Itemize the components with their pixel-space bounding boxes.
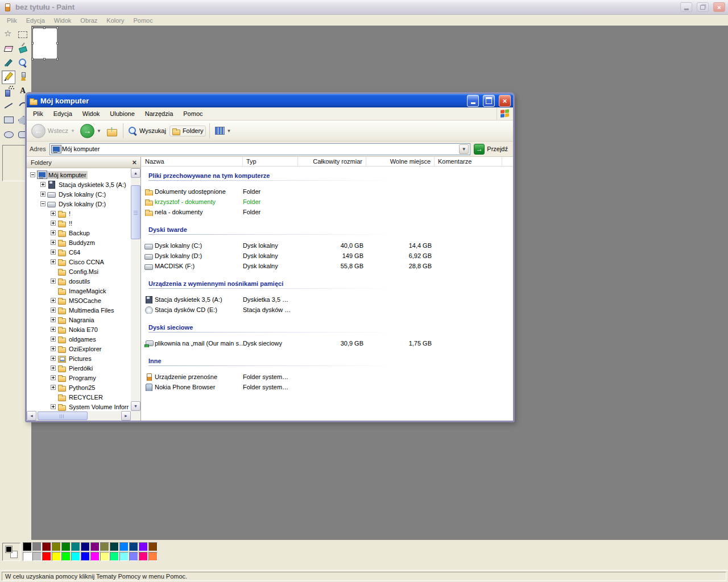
expand-toggle-icon[interactable] (51, 211, 56, 216)
tree-item-programy[interactable]: Programy (27, 373, 131, 383)
tree-item-label[interactable]: Backup (68, 229, 91, 237)
expand-toggle-icon[interactable] (51, 307, 56, 313)
item-name[interactable]: krzysztof - dokumenty (155, 198, 216, 205)
item-name[interactable]: nela - dokumenty (155, 209, 202, 215)
color-swatch[interactable] (81, 542, 90, 551)
resize-handle[interactable] (56, 27, 59, 29)
expand-toggle-icon[interactable] (51, 336, 56, 342)
resize-handle[interactable] (31, 27, 34, 29)
resize-handle[interactable] (43, 58, 46, 60)
expand-toggle-icon[interactable] (51, 385, 56, 390)
views-button[interactable]: ▼ (213, 126, 233, 136)
tree-item-label[interactable]: Pierdółki (68, 364, 94, 372)
tree-item-dysk-lokalny-d[interactable]: Dysk lokalny (D:) (27, 199, 131, 209)
paint-restore-button[interactable] (697, 2, 709, 12)
address-value[interactable]: Mój komputer (62, 146, 100, 152)
tree-item-label[interactable]: Cisco CCNA (68, 258, 105, 266)
resize-handle[interactable] (56, 42, 59, 44)
color-swatch[interactable] (42, 542, 51, 551)
column-header-free-space[interactable]: Wolne miejsce (366, 157, 435, 166)
tree-horizontal-scrollbar[interactable]: ◄ ► (27, 411, 131, 421)
explorer-close-button[interactable]: × (499, 95, 511, 107)
item-name[interactable]: Nokia Phone Browser (155, 384, 215, 390)
list-item-macdisk-f[interactable]: MACDISK (F:) Dysk lokalny 55,8 GB 28,8 G… (142, 261, 513, 271)
expand-toggle-icon[interactable] (51, 298, 56, 303)
color-swatch[interactable] (110, 552, 119, 561)
tool-rectangle[interactable] (2, 113, 15, 127)
expand-toggle-icon[interactable] (51, 259, 56, 264)
tree-item-label[interactable]: Dysk lokalny (D:) (57, 200, 107, 208)
tree-item-dosutils[interactable]: dosutils (27, 276, 131, 286)
back-button[interactable]: ← Wstecz ▼ (30, 123, 77, 139)
tree-item-imagemagick[interactable]: ImageMagick (27, 286, 131, 296)
color-swatch[interactable] (148, 552, 158, 561)
tool-free-form-select[interactable] (2, 28, 15, 41)
color-swatch[interactable] (32, 552, 42, 561)
paint-canvas[interactable] (33, 28, 57, 59)
column-header-type[interactable]: Typ (243, 157, 298, 166)
tree-item-item[interactable]: ! (27, 209, 131, 218)
expand-toggle-icon[interactable] (51, 278, 56, 284)
current-colors-indicator[interactable] (2, 543, 20, 561)
paint-close-button[interactable]: × (713, 2, 725, 12)
scrollbar-thumb[interactable] (131, 185, 140, 239)
tree-item-cisco-ccna[interactable]: Cisco CCNA (27, 257, 131, 267)
color-swatch[interactable] (100, 552, 109, 561)
tree-vertical-scrollbar[interactable]: ▲ ▼ (131, 168, 140, 411)
tree-item-label[interactable]: Nagrania (68, 316, 96, 324)
expand-toggle-icon[interactable] (30, 172, 35, 177)
tree-item-label[interactable]: RECYCLER (68, 393, 104, 401)
item-name[interactable]: Dysk lokalny (D:) (155, 252, 202, 259)
tree-item-label[interactable]: Buddyzm (68, 239, 96, 247)
up-button[interactable] (105, 125, 119, 137)
tree-item-label[interactable]: Stacja dyskietek 3,5 (A:) (57, 181, 127, 189)
column-header-comments[interactable]: Komentarze (435, 157, 502, 166)
item-name[interactable]: Dysk lokalny (C:) (155, 242, 202, 249)
tree-item-config-msi[interactable]: Config.Msi (27, 267, 131, 276)
tool-pencil[interactable] (2, 70, 15, 84)
explorer-maximize-button[interactable] (483, 95, 495, 107)
color-swatch[interactable] (90, 542, 100, 551)
tree-item-label[interactable]: Nokia E70 (68, 326, 99, 334)
scroll-down-button[interactable]: ▼ (131, 401, 140, 411)
tree-item-label[interactable]: Multimedia Files (68, 306, 115, 314)
scroll-right-button[interactable]: ► (121, 411, 131, 421)
tool-line[interactable] (2, 99, 15, 113)
list-item-plikownia-na-mail-our-main-s[interactable]: plikownia na „mail (Our main s… Dysk sie… (142, 338, 513, 348)
expand-toggle-icon[interactable] (40, 182, 46, 187)
column-header-name[interactable]: Nazwa (142, 157, 243, 166)
back-dropdown-icon[interactable]: ▼ (71, 128, 75, 134)
tree-item-buddyzm[interactable]: Buddyzm (27, 238, 131, 247)
item-name[interactable]: plikownia na „mail (Our main s… (155, 340, 243, 347)
list-item-dysk-lokalny-d[interactable]: Dysk lokalny (D:) Dysk lokalny 149 GB 6,… (142, 251, 513, 261)
color-swatch[interactable] (139, 552, 148, 561)
paint-menu-plik[interactable]: Plik (2, 16, 22, 25)
tree-item-label[interactable]: Pictures (68, 355, 93, 363)
tree-item-nagrania[interactable]: Nagrania (27, 315, 131, 325)
address-input[interactable]: Mój komputer ▼ (49, 143, 471, 155)
color-swatch[interactable] (129, 542, 138, 551)
list-item-krzysztof-dokumenty[interactable]: krzysztof - dokumenty Folder (142, 197, 513, 207)
scroll-up-button[interactable]: ▲ (131, 168, 140, 178)
paint-menu-edycja[interactable]: Edycja (22, 16, 49, 25)
folders-pane-close-icon[interactable]: × (132, 159, 136, 166)
paint-minimize-button[interactable] (680, 2, 692, 12)
tree-item-backup[interactable]: Backup (27, 228, 131, 238)
list-item-nela-dokumenty[interactable]: nela - dokumenty Folder (142, 207, 513, 217)
item-name[interactable]: Urządzenie przenośne (155, 373, 217, 380)
color-swatch[interactable] (61, 542, 71, 551)
list-item-nokia-phone-browser[interactable]: Nokia Phone Browser Folder system… (142, 382, 513, 392)
expand-toggle-icon[interactable] (51, 327, 56, 332)
expand-toggle-icon[interactable] (51, 317, 56, 322)
explorer-menu-ulubione[interactable]: Ulubione (105, 109, 139, 119)
tree-item-label[interactable]: ! (68, 210, 72, 218)
explorer-menu-narz-dzia[interactable]: Narzędzia (140, 109, 179, 119)
color-swatch[interactable] (52, 542, 61, 551)
paint-menu-kolory[interactable]: Kolory (102, 16, 129, 25)
column-header-total-size[interactable]: Całkowity rozmiar (298, 157, 366, 166)
color-swatch[interactable] (81, 552, 90, 561)
tree-item-label[interactable]: Python25 (68, 384, 96, 392)
search-button[interactable]: Wyszukaj (127, 126, 168, 136)
tree-item-label[interactable]: C64 (68, 248, 81, 256)
tree-item-system-volume-inforr[interactable]: System Volume Inforr (27, 402, 131, 411)
